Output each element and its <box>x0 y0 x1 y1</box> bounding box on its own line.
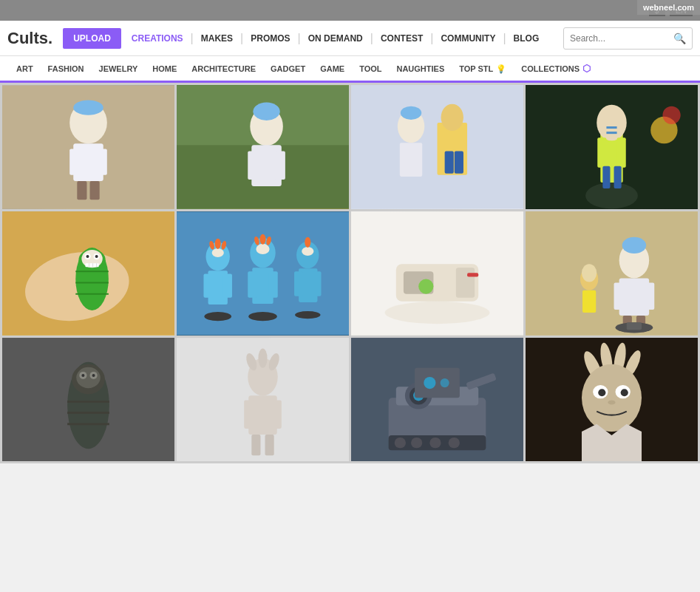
collections-icon: ⬡ <box>582 55 591 82</box>
svg-rect-27 <box>606 126 616 129</box>
svg-point-71 <box>215 239 221 249</box>
svg-rect-85 <box>526 211 698 335</box>
grid-item-3[interactable] <box>351 85 523 209</box>
svg-point-139 <box>582 364 642 431</box>
nav-item-community: COMMUNITY | <box>433 32 506 45</box>
search-button[interactable]: 🔍 <box>667 33 692 44</box>
svg-rect-29 <box>597 137 606 168</box>
svg-point-143 <box>621 389 628 396</box>
svg-point-101 <box>76 367 100 387</box>
svg-point-42 <box>86 255 89 258</box>
subnav-home[interactable]: HOME <box>145 55 184 82</box>
nav-link-community[interactable]: COMMUNITY <box>433 33 503 44</box>
svg-point-2 <box>73 101 103 115</box>
subnav-collections[interactable]: COLLECTIONS ⬡ <box>514 55 598 82</box>
svg-rect-32 <box>614 166 622 188</box>
svg-rect-81 <box>456 268 475 298</box>
grid-item-2[interactable] <box>177 85 349 209</box>
svg-rect-116 <box>272 400 282 428</box>
svg-rect-6 <box>77 181 86 200</box>
svg-rect-7 <box>90 181 100 200</box>
svg-rect-31 <box>602 166 610 188</box>
nav-link-blog[interactable]: BLOG <box>506 33 547 44</box>
svg-rect-131 <box>415 367 460 398</box>
svg-rect-55 <box>203 273 212 297</box>
svg-rect-92 <box>614 282 625 309</box>
svg-point-132 <box>424 376 435 388</box>
svg-point-34 <box>662 106 680 124</box>
svg-point-133 <box>441 378 449 387</box>
svg-point-17 <box>401 106 421 120</box>
svg-rect-56 <box>223 273 232 297</box>
upload-button[interactable]: UPLOAD <box>63 28 121 49</box>
nav-link-makes[interactable]: MAKES <box>194 33 240 44</box>
image-grid <box>0 83 700 463</box>
svg-point-90 <box>622 237 646 253</box>
svg-point-64 <box>248 312 276 321</box>
grid-item-5[interactable] <box>2 211 174 336</box>
svg-point-58 <box>204 312 231 321</box>
subnav-architecture[interactable]: ARCHITECTURE <box>184 55 263 82</box>
grid-item-8[interactable] <box>526 211 698 336</box>
subnav-art[interactable]: ART <box>9 55 41 82</box>
grid-item-4[interactable] <box>526 85 698 209</box>
svg-point-26 <box>597 105 627 141</box>
svg-point-69 <box>302 247 313 256</box>
search-input[interactable] <box>564 33 667 44</box>
svg-rect-28 <box>606 132 616 134</box>
svg-point-63 <box>256 244 269 254</box>
svg-point-70 <box>295 311 320 319</box>
nav-links: CREATIONS | MAKES | PROMOS | ON DEMAND |… <box>124 32 563 45</box>
svg-point-88 <box>582 264 597 282</box>
svg-point-82 <box>418 279 433 293</box>
subnav-fashion[interactable]: FASHION <box>41 55 92 82</box>
subnav-jewelry[interactable]: JEWELRY <box>92 55 146 82</box>
svg-point-144 <box>608 400 615 404</box>
svg-rect-115 <box>244 400 254 428</box>
svg-point-105 <box>92 373 95 376</box>
nav-item-creations: CREATIONS | <box>124 32 194 45</box>
svg-point-84 <box>385 302 490 324</box>
svg-point-112 <box>258 348 267 367</box>
search-bar: 🔍 <box>563 27 693 50</box>
svg-rect-4 <box>69 149 81 174</box>
grid-item-1[interactable] <box>2 85 174 209</box>
svg-rect-13 <box>248 151 258 179</box>
lightbulb-icon: 💡 <box>496 55 506 82</box>
nav-bar: Cults. UPLOAD CREATIONS | MAKES | PROMOS… <box>0 21 700 56</box>
svg-rect-14 <box>275 151 285 179</box>
grid-item-9[interactable] <box>2 338 174 462</box>
grid-item-12[interactable] <box>526 338 698 462</box>
svg-rect-93 <box>644 282 654 309</box>
grid-item-11[interactable] <box>351 338 523 462</box>
grid-item-6[interactable] <box>177 211 349 336</box>
nav-item-ondemand: ON DEMAND | <box>301 32 373 45</box>
grid-item-7[interactable] <box>351 211 523 336</box>
top-bar: $ EN <box>0 0 700 21</box>
svg-point-43 <box>95 255 98 258</box>
logo[interactable]: Cults. <box>7 29 52 48</box>
grid-item-10[interactable] <box>177 338 349 462</box>
svg-rect-128 <box>411 438 422 448</box>
svg-rect-130 <box>449 438 460 448</box>
svg-rect-127 <box>395 438 406 448</box>
nav-link-promos[interactable]: PROMOS <box>243 33 297 44</box>
svg-rect-21 <box>445 151 454 173</box>
nav-item-makes: MAKES | <box>194 32 244 45</box>
subnav-game[interactable]: GAME <box>313 55 352 82</box>
svg-rect-30 <box>617 137 626 168</box>
subnav-naughties[interactable]: NAUGHTIES <box>389 55 452 82</box>
svg-point-142 <box>598 389 605 396</box>
svg-rect-68 <box>313 271 321 296</box>
svg-rect-67 <box>294 271 302 296</box>
svg-rect-62 <box>269 271 278 297</box>
svg-point-104 <box>81 373 84 376</box>
nav-link-ondemand[interactable]: ON DEMAND <box>301 33 370 44</box>
subnav-topstl[interactable]: TOP STL 💡 <box>452 55 514 82</box>
nav-link-contest[interactable]: CONTEST <box>373 33 430 44</box>
subnav-tool[interactable]: TOOL <box>352 55 389 82</box>
svg-point-57 <box>212 248 224 257</box>
svg-rect-5 <box>96 149 107 174</box>
subnav-gadget[interactable]: GADGET <box>263 55 313 82</box>
nav-link-creations[interactable]: CREATIONS <box>124 33 191 44</box>
